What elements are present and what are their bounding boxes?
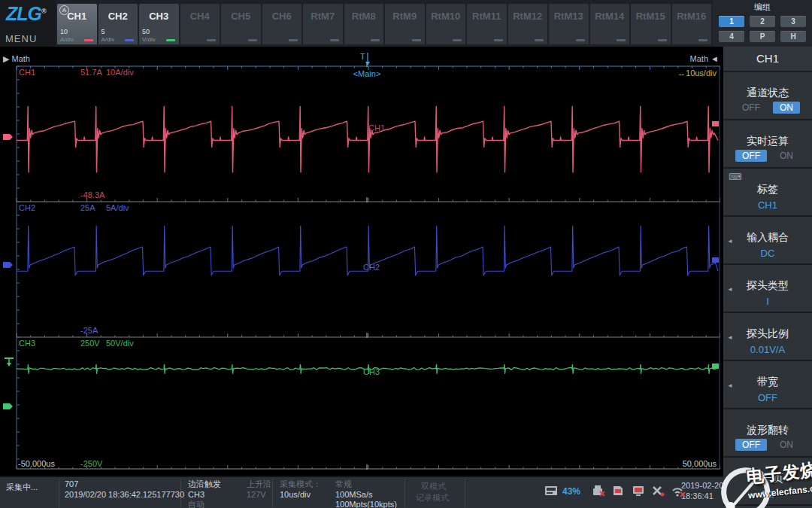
sidebar-item-label: 带宽 (723, 376, 812, 389)
sidebar-item-label: 标签 (723, 183, 812, 196)
group-button-2[interactable]: 2 (750, 16, 775, 27)
tab-color-dash (330, 39, 339, 41)
tab-label: RtM7 (303, 11, 343, 22)
toggle-option-off[interactable]: OFF (735, 439, 767, 451)
record-timestamp: 2019/02/20 18:36:42.125177730 (65, 490, 184, 500)
sidebar-item-label: 波形翻转 (723, 424, 812, 437)
tab-color-dash (84, 39, 93, 41)
channel-tab-rtm9[interactable]: RtM9 (385, 4, 425, 44)
group-button-h[interactable]: H (780, 31, 806, 42)
tab-scale-value: 50 (142, 28, 150, 35)
sidebar-item-input-coupling[interactable]: ◄输入耦合DC (723, 217, 812, 265)
sidebar-item-label: 下一页 (723, 472, 812, 485)
status-bar: 采集中...7072019/02/20 18:36:42.125177730边沿… (0, 476, 723, 508)
sidebar-item-value: 0.01V/A (723, 344, 812, 355)
tab-color-dash (453, 39, 462, 41)
channel-tab-rtm8[interactable]: RtM8 (344, 4, 384, 44)
waveform-display[interactable]: ▶ MathMath ◄<Main>↔10us/divTCH151.7A10A/… (0, 47, 720, 476)
tab-color-dash (289, 39, 298, 41)
channel-tab-rtm14[interactable]: RtM14 (590, 4, 630, 44)
channel-tab-rtm11[interactable]: RtM11 (467, 4, 507, 44)
top-toolbar: ZLG® MENU ACH110A/divCH25A/divCH350V/div… (0, 0, 812, 47)
tab-color-dash (166, 39, 175, 41)
group-button-3[interactable]: 3 (780, 16, 806, 27)
menu-block[interactable]: ZLG® MENU (0, 0, 56, 47)
channel-menu-sidebar: CH1 通道状态OFFON实时运算OFFON⌨标签CH1◄输入耦合DC◄探头类型… (723, 47, 812, 508)
channel-tab-rtm16[interactable]: RtM16 (672, 4, 712, 44)
toggle-option-off[interactable]: OFF (735, 150, 767, 162)
tab-label: RtM14 (590, 11, 630, 22)
toggle-option-on[interactable]: ON (773, 102, 800, 114)
group-button-1[interactable]: 1 (719, 16, 744, 27)
tab-label: RtM8 (344, 11, 384, 22)
sidebar-item-value: 1/2 (723, 488, 812, 500)
sidebar-item-label: 探头类型 (723, 279, 812, 293)
tab-scale-unit: A/div (60, 36, 74, 43)
group-buttons: 1234PH (713, 16, 812, 42)
tab-scale-value: 5 (102, 28, 105, 35)
dual-mode-label: 双模式 (421, 482, 446, 491)
status-date: 2019-02-20 (681, 481, 723, 491)
sidebar-item-label: 实时运算 (723, 135, 812, 148)
trigger-mode: 自动 (188, 500, 205, 508)
tab-label: RtM16 (672, 11, 712, 22)
record-mode-label: 记录模式 (416, 493, 449, 503)
sidebar-item-value: OFF (723, 392, 812, 403)
tab-color-dash (658, 39, 667, 41)
tab-scale-value: 10 (60, 28, 68, 35)
tab-color-dash (494, 39, 503, 41)
acquisition-status: 采集中... (6, 482, 38, 492)
tab-color-dash (248, 39, 257, 41)
memory-depth: 100Mpts(10kpts) (335, 500, 397, 508)
sidebar-item-probe-type[interactable]: ◄探头类型I (723, 265, 812, 313)
sidebar-item-probe-ratio[interactable]: ◄探头比例0.01V/A (723, 313, 812, 361)
sidebar-item-bandwidth[interactable]: ◄带宽OFF (723, 361, 812, 409)
tab-color-dash (207, 39, 216, 41)
channel-tab-ch4[interactable]: CH4 (180, 4, 220, 44)
sidebar-item-label: 通道状态 (723, 87, 812, 100)
group-button-p[interactable]: P (750, 31, 775, 42)
tab-color-dash (576, 39, 585, 41)
toggle-channel-status: OFFON (723, 102, 812, 114)
channel-tab-ch3[interactable]: CH350V/div (139, 4, 179, 44)
toggle-realtime-compute: OFFON (723, 150, 812, 162)
sidebar-item-value: DC (723, 248, 812, 259)
acquire-kind: 常规 (335, 479, 352, 489)
group-panel: 编组 1234PH (713, 0, 812, 47)
sidebar-item-realtime-compute[interactable]: 实时运算OFFON (723, 120, 812, 169)
oscilloscope-screen: ZLG® MENU ACH110A/divCH25A/divCH350V/div… (0, 0, 812, 508)
tab-label: CH2 (98, 11, 138, 22)
menu-label[interactable]: MENU (5, 33, 37, 44)
channel-tab-rtm10[interactable]: RtM10 (426, 4, 466, 44)
sidebar-item-label[interactable]: ⌨标签CH1 (723, 169, 812, 217)
group-button-4[interactable]: 4 (719, 31, 744, 42)
waveform-canvas (0, 47, 720, 476)
sidebar-item-next-page[interactable]: 下一页1/2 (723, 458, 812, 506)
channel-tab-rtm13[interactable]: RtM13 (549, 4, 589, 44)
trigger-edge: 上升沿 (247, 479, 271, 489)
tab-label: RtM15 (631, 11, 671, 22)
ssd-icon (544, 485, 559, 501)
tab-label: RtM10 (426, 11, 466, 22)
sidebar-items: 通道状态OFFON实时运算OFFON⌨标签CH1◄输入耦合DC◄探头类型I◄探头… (723, 72, 812, 506)
tab-label: RtM9 (385, 11, 425, 22)
record-number: 707 (65, 479, 78, 489)
group-label: 编组 (713, 2, 812, 13)
sidebar-item-waveform-invert[interactable]: 波形翻转OFFON (723, 409, 812, 458)
statusbar-divider (465, 479, 465, 507)
toggle-option-on[interactable]: ON (773, 439, 800, 451)
tab-color-dash (412, 39, 421, 41)
channel-tab-rtm7[interactable]: RtM7 (303, 4, 343, 44)
channel-tab-ch6[interactable]: CH6 (262, 4, 302, 44)
toggle-option-on[interactable]: ON (773, 150, 800, 162)
sidebar-item-channel-status[interactable]: 通道状态OFFON (723, 72, 812, 120)
tab-label: CH4 (180, 11, 220, 22)
channel-tab-ch5[interactable]: CH5 (221, 4, 261, 44)
channel-tab-ch2[interactable]: CH25A/div (98, 4, 138, 44)
trigger-source: CH3 (188, 490, 205, 500)
acquire-timebase: 10us/div (280, 490, 311, 500)
channel-tab-rtm12[interactable]: RtM12 (508, 4, 548, 44)
channel-tab-ch1[interactable]: ACH110A/div (57, 4, 97, 44)
toggle-option-off[interactable]: OFF (735, 102, 767, 114)
channel-tab-rtm15[interactable]: RtM15 (631, 4, 671, 44)
